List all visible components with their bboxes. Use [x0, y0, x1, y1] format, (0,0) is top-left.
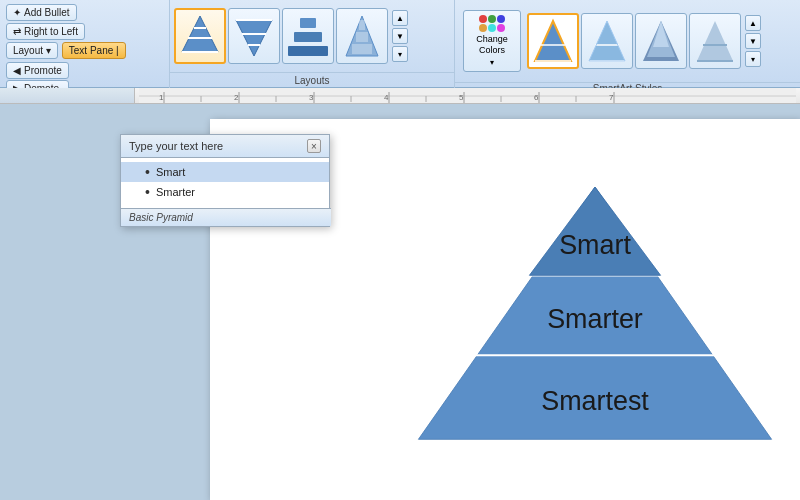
svg-text:6: 6 [534, 93, 539, 102]
smartart-styles-section: Change Colors ▾ [455, 0, 800, 88]
styles-scroll-expand[interactable]: ▾ [745, 51, 761, 67]
layout-thumb-4[interactable] [336, 8, 388, 64]
pyramid-middle-text: Smarter [547, 304, 643, 334]
text-item-1[interactable]: Smart [121, 162, 329, 182]
layout-scroll-expand[interactable]: ▾ [392, 46, 408, 62]
pyramid-top-text: Smart [559, 230, 631, 260]
text-pane-close-button[interactable]: × [307, 139, 321, 153]
right-left-icon: ⇄ [13, 26, 21, 37]
promote-icon: ◀ [13, 65, 21, 76]
add-bullet-icon: ✦ [13, 7, 21, 18]
canvas-area: Smartest Smarter Smart Type your text he… [110, 104, 800, 500]
text-pane-button[interactable]: Text Pane | [62, 42, 126, 59]
svg-marker-0 [182, 16, 218, 52]
svg-marker-25 [697, 21, 733, 61]
svg-rect-10 [288, 46, 328, 56]
svg-text:4: 4 [384, 93, 389, 102]
pyramid-bottom-text: Smartest [541, 385, 649, 415]
promote-button[interactable]: ◀ Promote [6, 62, 69, 79]
pyramid-container: Smartest Smarter Smart [410, 179, 780, 480]
text-item-2[interactable]: Smarter [121, 182, 329, 202]
change-colors-dropdown-icon: ▾ [490, 58, 494, 67]
svg-rect-9 [294, 32, 322, 42]
svg-rect-13 [356, 32, 368, 42]
ribbon: ✦ Add Bullet ⇄ Right to Left Layout ▾ Te… [0, 0, 800, 88]
layout-thumb-2[interactable] [228, 8, 280, 64]
svg-rect-8 [300, 18, 316, 28]
text-pane-bottom-label: Basic Pyramid [121, 208, 331, 226]
svg-rect-12 [352, 44, 372, 54]
svg-text:3: 3 [309, 93, 314, 102]
layout-scroll-down[interactable]: ▼ [392, 28, 408, 44]
layout-thumb-1[interactable] [174, 8, 226, 64]
text-pane-title: Type your text here [129, 140, 223, 152]
layouts-section: ▲ ▼ ▾ Layouts [170, 0, 455, 88]
layout-thumb-3[interactable] [282, 8, 334, 64]
style-thumb-1[interactable] [527, 13, 579, 69]
layout-button[interactable]: Layout ▾ [6, 42, 58, 59]
left-sidebar-bg [0, 104, 110, 500]
style-thumb-3[interactable] [635, 13, 687, 69]
svg-text:7: 7 [609, 93, 614, 102]
styles-scroll-buttons: ▲ ▼ ▾ [743, 13, 763, 69]
svg-marker-15 [535, 21, 571, 61]
pyramid-svg: Smartest Smarter Smart [410, 150, 780, 501]
svg-text:1: 1 [159, 93, 164, 102]
svg-marker-18 [589, 21, 625, 61]
right-to-left-button[interactable]: ⇄ Right to Left [6, 23, 85, 40]
layout-scroll-buttons: ▲ ▼ ▾ [390, 8, 410, 64]
text-pane-header: Type your text here × [121, 135, 329, 158]
text-pane-panel: Type your text here × Smart Smarter Smar… [120, 134, 330, 227]
add-bullet-button[interactable]: ✦ Add Bullet [6, 4, 77, 21]
main-area: Smartest Smarter Smart Type your text he… [0, 104, 800, 500]
change-colors-label: Change Colors [464, 34, 520, 56]
ruler: 1 2 3 4 5 6 7 [0, 88, 800, 104]
create-graphic-section: ✦ Add Bullet ⇄ Right to Left Layout ▾ Te… [0, 0, 170, 88]
style-thumb-2[interactable] [581, 13, 633, 69]
svg-rect-14 [359, 20, 365, 30]
svg-text:5: 5 [459, 93, 464, 102]
styles-scroll-down[interactable]: ▼ [745, 33, 761, 49]
svg-text:2: 2 [234, 93, 239, 102]
change-colors-button[interactable]: Change Colors ▾ [463, 10, 521, 72]
color-dots [479, 15, 505, 32]
svg-marker-4 [236, 20, 272, 56]
style-thumb-4[interactable] [689, 13, 741, 69]
layouts-label: Layouts [170, 72, 454, 88]
styles-scroll-up[interactable]: ▲ [745, 15, 761, 31]
layout-scroll-up[interactable]: ▲ [392, 10, 408, 26]
